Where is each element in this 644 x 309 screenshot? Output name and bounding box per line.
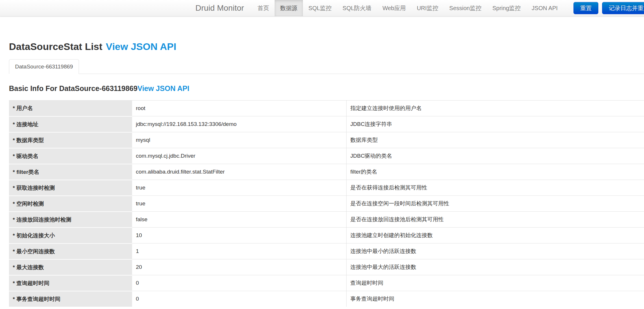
filter-class-value-cell: com.alibaba.druid.filter.stat.StatFilter <box>132 164 346 180</box>
filter-class-label-cell: * filter类名 <box>9 164 132 180</box>
section-heading-text: Basic Info For DataSource-663119869 <box>9 84 138 92</box>
nav-item-json-api[interactable]: JSON API <box>526 0 563 16</box>
navbar-menu: 首页数据源SQL监控SQL防火墙Web应用URI监控Session监控Sprin… <box>252 0 563 16</box>
nav-item-webapp[interactable]: Web应用 <box>377 0 411 16</box>
nav-item-datasource[interactable]: 数据源 <box>275 0 303 16</box>
table-row-driver-class: * 驱动类名com.mysql.cj.jdbc.DriverJDBC驱动的类名 <box>9 148 644 164</box>
nav-item-sql[interactable]: SQL监控 <box>303 0 337 16</box>
nav-item-sql-wall[interactable]: SQL防火墙 <box>337 0 377 16</box>
min-idle-label-cell: * 最小空闲连接数 <box>9 243 132 259</box>
test-on-return-label-cell: * 连接放回连接池时检测 <box>9 211 132 227</box>
test-while-idle-label-cell: * 空闲时检测 <box>9 196 132 211</box>
table-row-initial-size: * 初始化连接大小10连接池建立时创建的初始化连接数 <box>9 227 644 243</box>
test-while-idle-value-cell: true <box>132 196 346 211</box>
table-row-max-active: * 最大连接数20连接池中最大的活跃连接数 <box>9 259 644 275</box>
tx-query-timeout-value-cell: 0 <box>132 291 346 307</box>
query-timeout-label-cell: * 查询超时时间 <box>9 275 132 291</box>
username-desc-cell: 指定建立连接时使用的用户名 <box>346 100 644 116</box>
page-title: DataSourceStat ListView JSON API <box>9 41 644 52</box>
navbar: Druid Monitor 首页数据源SQL监控SQL防火墙Web应用URI监控… <box>0 0 644 16</box>
max-active-desc-cell: 连接池中最大的活跃连接数 <box>346 259 644 275</box>
query-timeout-value-cell: 0 <box>132 275 346 291</box>
table-row-test-while-idle: * 空闲时检测true是否在连接空闲一段时间后检测其可用性 <box>9 196 644 211</box>
test-on-borrow-label-cell: * 获取连接时检测 <box>9 180 132 196</box>
jdbc-url-desc-cell: JDBC连接字符串 <box>346 116 644 132</box>
tx-query-timeout-desc-cell: 事务查询超时时间 <box>346 291 644 307</box>
max-active-label-cell: * 最大连接数 <box>9 259 132 275</box>
initial-size-value-cell: 10 <box>132 227 346 243</box>
test-on-return-value-cell: false <box>132 211 346 227</box>
nav-item-session[interactable]: Session监控 <box>444 0 487 16</box>
filter-class-desc-cell: filter的类名 <box>346 164 644 180</box>
log-and-reset-button[interactable]: 记录日志并重置 <box>602 2 644 14</box>
db-type-label-cell: * 数据库类型 <box>9 132 132 148</box>
initial-size-desc-cell: 连接池建立时创建的初始化连接数 <box>346 227 644 243</box>
basic-info-table: * 用户名root指定建立连接时使用的用户名* 连接地址jdbc:mysql:/… <box>9 100 644 307</box>
table-row-db-type: * 数据库类型mysql数据库类型 <box>9 132 644 148</box>
jdbc-url-label-cell: * 连接地址 <box>9 116 132 132</box>
table-row-query-timeout: * 查询超时时间0查询超时时间 <box>9 275 644 291</box>
table-row-filter-class: * filter类名com.alibaba.druid.filter.stat.… <box>9 164 644 180</box>
min-idle-value-cell: 1 <box>132 243 346 259</box>
driver-class-desc-cell: JDBC驱动的类名 <box>346 148 644 164</box>
min-idle-desc-cell: 连接池中最小的活跃连接数 <box>346 243 644 259</box>
datasource-tabs: DataSource-663119869 <box>9 59 644 74</box>
section-view-json-api-link[interactable]: View JSON API <box>138 84 189 92</box>
jdbc-url-value-cell: jdbc:mysql://192.168.153.132:3306/demo <box>132 116 346 132</box>
reset-button[interactable]: 重置 <box>573 2 598 14</box>
nav-item-spring[interactable]: Spring监控 <box>487 0 526 16</box>
table-row-min-idle: * 最小空闲连接数1连接池中最小的活跃连接数 <box>9 243 644 259</box>
nav-item-uri[interactable]: URI监控 <box>411 0 444 16</box>
navbar-buttons: 重置 记录日志并重置 <box>573 0 644 16</box>
test-while-idle-desc-cell: 是否在连接空闲一段时间后检测其可用性 <box>346 196 644 211</box>
table-row-test-on-borrow: * 获取连接时检测true是否在获得连接后检测其可用性 <box>9 180 644 196</box>
table-row-tx-query-timeout: * 事务查询超时时间0事务查询超时时间 <box>9 291 644 307</box>
test-on-return-desc-cell: 是否在连接放回连接池后检测其可用性 <box>346 211 644 227</box>
table-row-jdbc-url: * 连接地址jdbc:mysql://192.168.153.132:3306/… <box>9 116 644 132</box>
test-on-borrow-value-cell: true <box>132 180 346 196</box>
section-heading: Basic Info For DataSource-663119869View … <box>9 84 644 93</box>
test-on-borrow-desc-cell: 是否在获得连接后检测其可用性 <box>346 180 644 196</box>
view-json-api-link[interactable]: View JSON API <box>106 41 176 52</box>
max-active-value-cell: 20 <box>132 259 346 275</box>
db-type-desc-cell: 数据库类型 <box>346 132 644 148</box>
basic-info-table-body: * 用户名root指定建立连接时使用的用户名* 连接地址jdbc:mysql:/… <box>9 100 644 307</box>
initial-size-label-cell: * 初始化连接大小 <box>9 227 132 243</box>
query-timeout-desc-cell: 查询超时时间 <box>346 275 644 291</box>
driver-class-value-cell: com.mysql.cj.jdbc.Driver <box>132 148 346 164</box>
username-value-cell: root <box>132 100 346 116</box>
db-type-value-cell: mysql <box>132 132 346 148</box>
table-row-username: * 用户名root指定建立连接时使用的用户名 <box>9 100 644 116</box>
tx-query-timeout-label-cell: * 事务查询超时时间 <box>9 291 132 307</box>
brand-link[interactable]: Druid Monitor <box>195 0 252 16</box>
username-label-cell: * 用户名 <box>9 100 132 116</box>
tab-datasource-663119869[interactable]: DataSource-663119869 <box>9 59 79 74</box>
table-row-test-on-return: * 连接放回连接池时检测false是否在连接放回连接池后检测其可用性 <box>9 211 644 227</box>
page-title-text: DataSourceStat List <box>9 41 102 52</box>
driver-class-label-cell: * 驱动类名 <box>9 148 132 164</box>
nav-item-home[interactable]: 首页 <box>252 0 275 16</box>
